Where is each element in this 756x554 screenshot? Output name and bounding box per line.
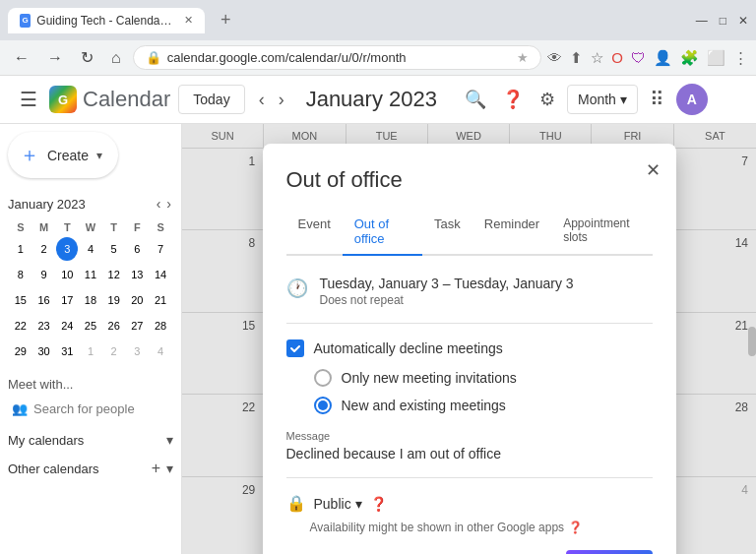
radio-group: Only new meeting invitations New and exi… <box>314 369 653 414</box>
new-tab-button[interactable]: + <box>213 6 239 34</box>
mini-cal-day[interactable]: 23 <box>33 314 55 338</box>
tab-favicon: G <box>20 14 31 28</box>
mini-cal-day[interactable]: 18 <box>80 288 101 312</box>
mini-cal-day[interactable]: 16 <box>33 288 55 312</box>
mini-cal-day[interactable]: 2 <box>103 339 125 363</box>
account-icon[interactable]: 👤 <box>654 49 672 67</box>
mini-cal-day[interactable]: 17 <box>56 288 78 312</box>
search-icon[interactable]: 🔍 <box>461 85 490 114</box>
message-section: Message Declined because I am out of off… <box>286 430 653 478</box>
mini-cal-day[interactable]: 4 <box>80 237 101 261</box>
tab-close-icon[interactable]: ✕ <box>184 14 193 27</box>
mini-cal-day[interactable]: 22 <box>10 314 32 338</box>
radio-new-existing[interactable]: New and existing meetings <box>314 397 653 414</box>
mini-cal-day[interactable]: 9 <box>33 263 55 286</box>
menu-icon[interactable]: ⋮ <box>733 49 748 67</box>
my-calendars-header[interactable]: My calendars ▾ <box>8 432 173 448</box>
settings-icon[interactable]: ⚙ <box>536 85 559 114</box>
mini-cal-day[interactable]: 4 <box>150 339 171 363</box>
other-calendars-header[interactable]: Other calendars + ▾ <box>8 460 173 477</box>
mini-cal-day[interactable]: 19 <box>103 288 125 312</box>
address-bar[interactable]: 🔒 calendar.google.com/calendar/u/0/r/mon… <box>133 45 542 70</box>
next-month-button[interactable]: › <box>273 86 290 114</box>
mini-cal-day[interactable]: 24 <box>56 314 78 338</box>
other-calendars-expand-icon: ▾ <box>166 461 173 476</box>
tab-appointment-slots[interactable]: Appointment slots <box>551 209 652 256</box>
maximize-icon[interactable]: □ <box>720 14 726 28</box>
apps-icon[interactable]: ⠿ <box>646 84 668 115</box>
mini-cal-day[interactable]: 12 <box>103 263 125 286</box>
mini-cal-day[interactable]: 31 <box>56 339 78 363</box>
mini-cal-day[interactable]: 10 <box>56 263 78 286</box>
today-button[interactable]: Today <box>178 85 244 114</box>
mini-cal-day[interactable]: 15 <box>10 288 32 312</box>
tab-reminder[interactable]: Reminder <box>472 209 551 256</box>
nav-bar: ← → ↻ ⌂ 🔒 calendar.google.com/calendar/u… <box>0 40 756 75</box>
help-icon[interactable]: ❓ <box>498 85 528 114</box>
auto-decline-checkbox[interactable] <box>286 339 304 357</box>
message-text[interactable]: Declined because I am out of office <box>286 446 653 462</box>
tab-out-of-office[interactable]: Out of office <box>343 209 422 256</box>
minimize-icon[interactable]: — <box>696 14 708 28</box>
bookmark-icon[interactable]: ☆ <box>591 49 603 67</box>
other-cal-icons: + ▾ <box>152 460 173 477</box>
shield-icon[interactable]: 🛡 <box>631 49 646 66</box>
radio-only-new-button[interactable] <box>314 369 332 387</box>
mini-cal-day[interactable]: 29 <box>10 339 32 363</box>
tab-event[interactable]: Event <box>286 209 343 256</box>
back-button[interactable]: ← <box>8 45 35 71</box>
mini-cal-day[interactable]: 20 <box>127 288 149 312</box>
mini-cal-day[interactable]: 14 <box>150 263 171 286</box>
search-people[interactable]: 👥 Search for people <box>8 398 173 420</box>
mini-cal-day[interactable]: 26 <box>103 314 125 338</box>
mini-cal-day[interactable]: 25 <box>80 314 101 338</box>
mini-cal-day[interactable]: 6 <box>127 237 149 261</box>
mini-cal-day[interactable]: 21 <box>150 288 171 312</box>
share-icon[interactable]: ⬆ <box>570 49 583 67</box>
mini-cal-day[interactable]: 30 <box>33 339 55 363</box>
radio-new-existing-label: New and existing meetings <box>342 398 506 413</box>
mini-cal-next[interactable]: › <box>164 194 173 214</box>
modal-title: Out of office <box>286 167 653 193</box>
create-button[interactable]: ＋ Create ▾ <box>8 132 118 178</box>
save-button[interactable]: Save <box>566 550 653 554</box>
opera-icon[interactable]: O <box>611 49 623 66</box>
hamburger-menu[interactable]: ☰ <box>16 84 41 115</box>
mini-cal-day[interactable]: 11 <box>80 263 101 286</box>
mini-cal-day[interactable]: 3 <box>56 237 78 261</box>
home-button[interactable]: ⌂ <box>105 45 127 71</box>
visibility-select[interactable]: Public ▾ <box>314 496 362 512</box>
other-cal-add-icon[interactable]: + <box>152 460 160 477</box>
mini-cal-day[interactable]: 1 <box>10 237 32 261</box>
eye-icon[interactable]: 👁 <box>547 49 562 66</box>
mini-cal-day[interactable]: 1 <box>80 339 101 363</box>
forward-button[interactable]: → <box>41 45 69 71</box>
visibility-help-icon[interactable]: ❓ <box>370 496 387 512</box>
mini-cal-day[interactable]: 8 <box>10 263 32 286</box>
modal-close-button[interactable]: ✕ <box>642 155 664 185</box>
mini-cal-day[interactable]: 3 <box>127 339 149 363</box>
mini-cal-day[interactable]: 27 <box>127 314 149 338</box>
radio-only-new[interactable]: Only new meeting invitations <box>314 369 653 387</box>
mini-cal-prev[interactable]: ‹ <box>155 194 163 214</box>
extension-icon[interactable]: 🧩 <box>680 49 699 67</box>
tab-task[interactable]: Task <box>422 209 472 256</box>
availability-help-icon[interactable]: ❓ <box>568 521 583 534</box>
mini-cal-day[interactable]: 5 <box>103 237 125 261</box>
mini-cal-nav-arrows: ‹ › <box>155 194 173 214</box>
mini-cal-day[interactable]: 2 <box>33 237 55 261</box>
people-icon: 👥 <box>12 401 28 416</box>
mini-cal-day[interactable]: 7 <box>150 237 171 261</box>
prev-month-button[interactable]: ‹ <box>253 86 271 114</box>
view-selector[interactable]: Month ▾ <box>567 85 638 114</box>
close-icon[interactable]: ✕ <box>738 14 748 28</box>
radio-new-existing-button[interactable] <box>314 397 332 414</box>
puzzle-icon[interactable]: ⬜ <box>707 49 725 67</box>
browser-tab[interactable]: G Guiding Tech - Calendar - Janua ✕ <box>8 8 205 33</box>
date-range[interactable]: Tuesday, January 3 – Tuesday, January 3 <box>320 276 653 291</box>
avatar[interactable]: A <box>676 84 708 115</box>
mini-cal-day[interactable]: 28 <box>150 314 171 338</box>
mini-cal-day[interactable]: 13 <box>127 263 149 286</box>
google-logo: G <box>49 86 77 113</box>
reload-button[interactable]: ↻ <box>75 44 99 71</box>
